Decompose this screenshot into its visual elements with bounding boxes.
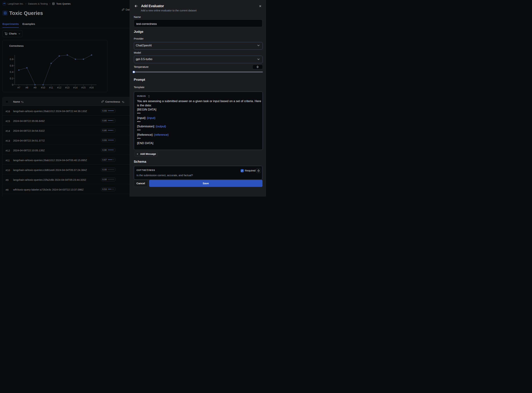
svg-text:#13: #13	[65, 86, 70, 89]
svg-text:0.8: 0.8	[10, 58, 13, 61]
svg-text:0.2: 0.2	[10, 77, 13, 80]
svg-text:0: 0	[12, 83, 13, 86]
svg-text:0.6: 0.6	[10, 64, 13, 67]
svg-text:#11: #11	[49, 86, 53, 89]
svg-text:#12: #12	[57, 86, 61, 89]
svg-text:#15: #15	[81, 86, 85, 89]
svg-text:#14: #14	[73, 86, 77, 89]
svg-text:#7: #7	[17, 86, 20, 89]
svg-text:#10: #10	[41, 86, 45, 89]
svg-text:#9: #9	[34, 86, 36, 89]
svg-text:#16: #16	[89, 86, 94, 89]
svg-text:#8: #8	[25, 86, 28, 89]
svg-text:Correctness: Correctness	[9, 44, 24, 47]
svg-text:0.4: 0.4	[10, 71, 13, 73]
